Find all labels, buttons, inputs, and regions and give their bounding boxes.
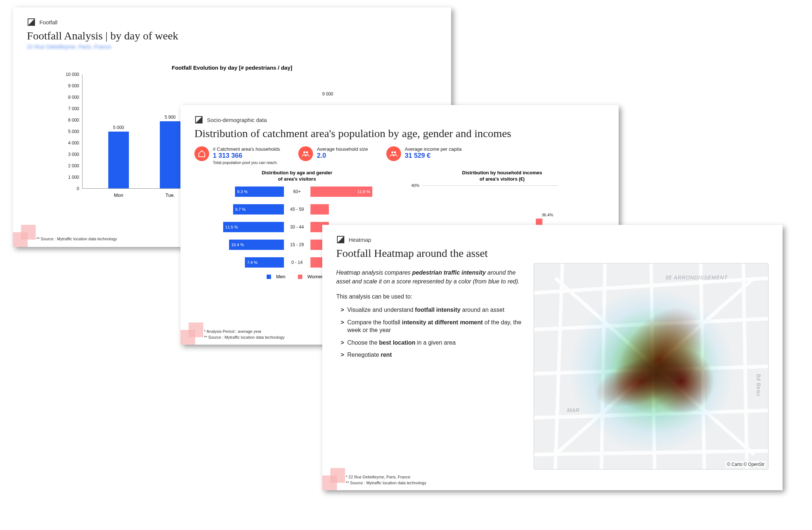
pct-label: 10.4 % <box>231 243 244 247</box>
legend-label: Men <box>276 274 285 279</box>
y-tick: 6 000 <box>68 118 79 123</box>
bullet-item: Renegotiate rent <box>341 351 524 359</box>
kpi-label: Average household size <box>317 146 368 152</box>
brand-logo-icon <box>336 235 345 244</box>
dist-title: Distribution by age and gender of area's… <box>194 170 400 182</box>
bar-mon: 5 000 <box>108 132 129 189</box>
card-header: Socio-demographic data <box>194 115 605 124</box>
y-tick: 8 000 <box>68 95 79 100</box>
y-tick: 3 000 <box>68 152 79 157</box>
house-icon <box>194 146 209 161</box>
section-label: Footfall <box>39 19 57 25</box>
pyramid-row: 9.3 % 60+ 11.8 % <box>218 185 376 198</box>
age-band: 30 - 44 <box>284 224 310 230</box>
svg-point-3 <box>394 151 396 154</box>
kpi-label: # Catchment area's households <box>213 146 280 152</box>
heat-red-core <box>648 348 714 415</box>
corner-accent-icon <box>13 221 39 247</box>
heatmap-description: Heatmap analysis compares pedestrian tra… <box>336 263 524 470</box>
y-tick: 9 000 <box>68 83 79 88</box>
card-title: Footfall Heatmap around the asset <box>336 247 769 259</box>
description-text: Heatmap analysis compares pedestrian tra… <box>336 268 524 286</box>
kpi-income: Average income per capita 31 529 € <box>386 146 461 165</box>
y-tick: 2 000 <box>68 163 79 168</box>
legend-swatch-men <box>267 275 271 279</box>
kpi-row: # Catchment area's households 1 313 366 … <box>194 146 605 165</box>
kpi-value: 31 529 € <box>405 152 461 160</box>
source-footnote: ** Source : Mytraffic location data tech… <box>346 481 783 485</box>
age-band: 45 - 59 <box>284 207 310 212</box>
y-tick: 0 <box>77 186 79 191</box>
bullet-item: Choose the best location in a given area <box>341 339 524 347</box>
card-title: Footfall Analysis | by day of week <box>27 29 437 42</box>
card-header: Heatmap <box>336 235 769 244</box>
brand-logo-icon <box>27 18 36 27</box>
pct-label: 11.5 % <box>225 225 238 229</box>
y-tick: 10 000 <box>66 72 79 77</box>
y-tick: 5 000 <box>68 129 79 134</box>
bar-value-label: 36.4% <box>542 213 552 217</box>
age-band: 0 - 14 <box>284 260 310 265</box>
pct-label: 11.8 % <box>358 189 370 194</box>
x-tick: Tue. <box>159 192 181 198</box>
kpi-sublabel: Total population pool you can reach. <box>213 160 280 165</box>
dist-title: Distribution by household incomes of are… <box>400 170 605 182</box>
y-tick: 4 000 <box>68 140 79 146</box>
kpi-value: 1 313 366 <box>213 152 280 160</box>
x-tick: Mon <box>108 192 130 198</box>
bar-value-label: 5 900 <box>160 115 180 120</box>
bar-tue: 5 900 <box>160 121 180 188</box>
heatmap-map[interactable]: 3E ARRONDISSEMENT MAR Bd Beau © Carto © … <box>534 263 769 470</box>
pct-label: 7.4 % <box>247 260 257 265</box>
y-axis: 10 000 9 000 8 000 7 000 6 000 5 000 4 0… <box>56 74 82 189</box>
heatmap-card: Heatmap Footfall Heatmap around the asse… <box>322 225 783 490</box>
age-band: 15 - 29 <box>284 242 310 247</box>
pyramid-row: 9.7 % 45 - 59 <box>218 203 376 216</box>
map-area-label: MAR <box>567 407 580 413</box>
bullet-lead: This analysis can be used to: <box>336 293 524 300</box>
bullet-item: Compare the footfall intensity at differ… <box>341 318 524 334</box>
kpi-household-size: Average household size 2.0 <box>298 146 368 165</box>
kpi-households: # Catchment area's households 1 313 366 … <box>194 146 280 165</box>
footnote: * 22 Rue Debelleyme, Paris, France <box>346 475 783 479</box>
map-road-label: Bd Beau <box>756 374 762 397</box>
bullet-list: Visualize and understand footfall intens… <box>336 306 524 359</box>
card-title: Distribution of catchment area's populat… <box>194 127 605 140</box>
pct-label: 9.3 % <box>237 189 247 194</box>
bullet-item: Visualize and understand footfall intens… <box>341 306 524 314</box>
card-subtitle-blurred: 22 Rue Debelleyme, Paris, France <box>27 43 437 50</box>
stray-data-label: 9 000 <box>322 91 333 97</box>
section-label: Socio-demographic data <box>207 117 267 123</box>
people-icon <box>298 146 313 161</box>
y-tick: 7 000 <box>68 106 79 111</box>
y-tick: 1 000 <box>68 175 79 180</box>
age-band: 60+ <box>284 189 310 194</box>
kpi-label: Average income per capita <box>405 146 461 152</box>
legend-swatch-women <box>298 275 302 279</box>
people-icon <box>386 146 401 161</box>
kpi-value: 2.0 <box>317 152 368 160</box>
svg-point-2 <box>391 151 394 154</box>
y-tick: 40% <box>411 183 419 188</box>
svg-point-1 <box>306 151 308 154</box>
bar-value-label: 5 000 <box>108 125 129 130</box>
bar-chart-title: Footfall Evolution by day [# pedestrians… <box>27 64 437 71</box>
brand-logo-icon <box>194 115 203 124</box>
legend-label: Women <box>307 274 324 279</box>
map-attribution: © Carto © OpenStr <box>725 461 766 468</box>
card-header: Footfall <box>27 18 437 27</box>
section-label: Heatmap <box>349 237 371 243</box>
svg-point-0 <box>303 151 306 154</box>
pct-label: 9.7 % <box>235 207 246 212</box>
map-district-label: 3E ARRONDISSEMENT <box>665 275 728 280</box>
